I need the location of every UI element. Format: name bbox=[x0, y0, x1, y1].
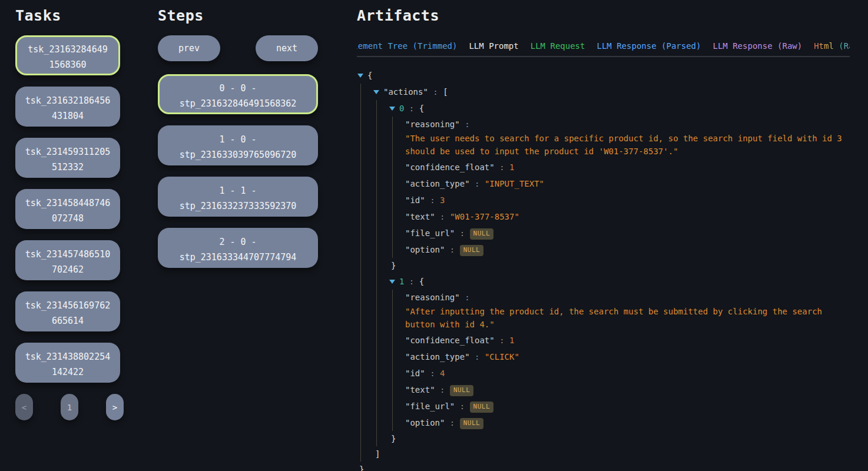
indent-guide bbox=[360, 192, 361, 208]
artifacts-panel: Artifacts Element Tree (Trimmed)LLM Prom… bbox=[357, 7, 850, 471]
json-null-badge: NULL bbox=[460, 245, 484, 256]
json-key: "file_url" bbox=[405, 402, 455, 411]
step-id-line: stp_231633237333592370 bbox=[160, 198, 316, 214]
json-key: "action_type" bbox=[405, 179, 470, 188]
indent-guide bbox=[376, 398, 377, 414]
indent-guide bbox=[392, 414, 393, 431]
task-id-line: 1568360 bbox=[17, 57, 118, 72]
json-value-number: 1 bbox=[509, 336, 514, 345]
json-colon: : bbox=[470, 352, 485, 361]
json-brace: { bbox=[367, 71, 372, 80]
json-colon: : bbox=[445, 418, 459, 427]
json-row: "action_type" : "INPUT_TEXT" bbox=[357, 175, 850, 192]
task-id-line: tsk_231459311205 bbox=[17, 144, 118, 160]
tab-llm-request[interactable]: LLM Request bbox=[531, 41, 585, 51]
indent-guide bbox=[392, 290, 393, 305]
collapse-arrow-icon[interactable] bbox=[389, 280, 395, 284]
step-id-line: 2 - 0 - bbox=[160, 234, 316, 250]
artifacts-title: Artifacts bbox=[357, 7, 850, 25]
indent-guide bbox=[376, 132, 377, 159]
steps-nav: prev next bbox=[158, 35, 318, 61]
tasks-title: Tasks bbox=[15, 7, 120, 25]
json-key: "confidence_float" bbox=[405, 336, 495, 345]
json-tree-viewer: {"actions" : [0 : {"reasoning" :"The use… bbox=[357, 67, 850, 471]
indent-guide bbox=[376, 349, 377, 365]
json-colon: : bbox=[404, 277, 419, 286]
steps-panel: Steps prev next 0 - 0 -stp_2316328464915… bbox=[158, 7, 318, 279]
collapse-arrow-icon[interactable] bbox=[357, 74, 363, 78]
json-row: } bbox=[357, 431, 850, 446]
task-button[interactable]: tsk_231632846491568360 bbox=[15, 35, 120, 75]
indent-guide bbox=[376, 208, 377, 225]
task-button[interactable]: tsk_231457486510702462 bbox=[15, 240, 120, 280]
tasks-prev-page-button[interactable]: < bbox=[15, 394, 33, 420]
step-button[interactable]: 0 - 0 -stp_231632846491568362 bbox=[158, 74, 318, 114]
json-row: "The user needs to search for a specific… bbox=[357, 132, 847, 159]
task-id-line: 665614 bbox=[17, 313, 118, 329]
json-row: ] bbox=[357, 446, 850, 462]
json-row: "option" : NULL bbox=[357, 414, 850, 431]
json-row: "file_url" : NULL bbox=[357, 398, 850, 414]
json-key: "text" bbox=[405, 385, 435, 394]
task-id-line: 512332 bbox=[17, 160, 118, 175]
step-id-line: 1 - 1 - bbox=[160, 183, 316, 198]
json-colon: : bbox=[470, 179, 485, 188]
json-row: "id" : 4 bbox=[357, 365, 850, 382]
task-id-line: tsk_231458448746 bbox=[17, 195, 118, 211]
json-key: "action_type" bbox=[405, 352, 470, 361]
tab-llm-response-raw[interactable]: LLM Response (Raw) bbox=[713, 41, 802, 51]
json-colon: : bbox=[460, 120, 470, 129]
json-key: "id" bbox=[405, 369, 425, 378]
task-list: tsk_231632846491568360tsk_23163218645643… bbox=[15, 35, 120, 383]
collapse-arrow-icon[interactable] bbox=[389, 107, 395, 111]
json-value-string: "CLICK" bbox=[485, 352, 519, 361]
json-value-string: "W01-377-8537" bbox=[450, 212, 519, 221]
task-id-line: tsk_231456169762 bbox=[17, 298, 118, 313]
indent-guide bbox=[376, 332, 377, 349]
json-value-string: "After inputting the product id, the sea… bbox=[405, 305, 844, 331]
task-id-line: 072748 bbox=[17, 211, 118, 226]
indent-guide bbox=[376, 365, 377, 382]
steps-prev-button[interactable]: prev bbox=[158, 35, 220, 61]
step-button[interactable]: 1 - 0 -stp_231633039765096720 bbox=[158, 125, 318, 165]
json-row: "option" : NULL bbox=[357, 241, 850, 258]
json-value-number: 3 bbox=[440, 195, 445, 205]
json-colon: : bbox=[445, 245, 459, 254]
step-button[interactable]: 2 - 0 -stp_231633344707774794 bbox=[158, 228, 318, 268]
indent-guide bbox=[360, 84, 361, 100]
task-button[interactable]: tsk_231459311205512332 bbox=[15, 138, 120, 178]
tab-llm-response-parsed[interactable]: LLM Response (Parsed) bbox=[597, 41, 701, 51]
json-row: "After inputting the product id, the sea… bbox=[357, 305, 847, 332]
tasks-pagination: < 1 > bbox=[15, 394, 124, 420]
indent-guide bbox=[376, 305, 377, 332]
collapse-arrow-icon[interactable] bbox=[373, 90, 379, 94]
indent-guide bbox=[360, 365, 361, 382]
tab-llm-prompt[interactable]: LLM Prompt bbox=[469, 41, 518, 51]
tab-html-raw[interactable]: Html (Raw) bbox=[814, 41, 850, 51]
json-key: "confidence_float" bbox=[405, 162, 495, 172]
indent-guide bbox=[376, 241, 377, 258]
tasks-panel: Tasks tsk_231632846491568360tsk_23163218… bbox=[15, 7, 120, 420]
steps-next-button[interactable]: next bbox=[256, 35, 318, 61]
json-key: "file_url" bbox=[405, 228, 455, 238]
json-brace: [ bbox=[443, 87, 448, 97]
tab-element-tree-trimmed[interactable]: Element Tree (Trimmed) bbox=[357, 41, 457, 51]
indent-guide bbox=[392, 225, 393, 241]
task-button[interactable]: tsk_231632186456431804 bbox=[15, 87, 120, 127]
indent-guide bbox=[376, 192, 377, 208]
task-button[interactable]: tsk_231458448746072748 bbox=[15, 189, 120, 229]
indent-guide bbox=[360, 208, 361, 225]
tasks-next-page-button[interactable]: > bbox=[106, 394, 124, 420]
indent-guide bbox=[392, 382, 393, 398]
task-button[interactable]: tsk_231456169762665614 bbox=[15, 291, 120, 331]
task-button[interactable]: tsk_231438802254142422 bbox=[15, 343, 120, 383]
step-button[interactable]: 1 - 1 -stp_231633237333592370 bbox=[158, 177, 318, 217]
json-null-badge: NULL bbox=[450, 385, 474, 396]
json-value-string: "The user needs to search for a specific… bbox=[405, 132, 844, 158]
json-colon: : bbox=[495, 336, 509, 345]
json-null-badge: NULL bbox=[470, 402, 494, 413]
json-row: "id" : 3 bbox=[357, 192, 850, 208]
tasks-page-1-button[interactable]: 1 bbox=[61, 394, 78, 420]
indent-guide bbox=[376, 159, 377, 175]
json-colon: : bbox=[435, 385, 450, 394]
